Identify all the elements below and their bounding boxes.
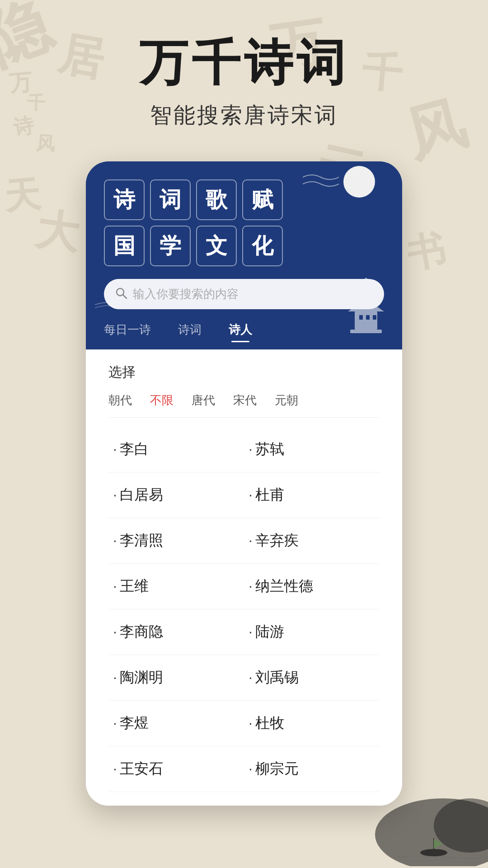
- character-grid: 诗 词 歌 赋 国 学 文 化: [104, 179, 384, 266]
- char-wen: 文: [196, 226, 237, 266]
- poet-list: 李白 苏轼 白居易 杜甫 李清照 辛弃疾 王维 纳兰性德 李商隐 陆游 陶渊明 …: [108, 427, 380, 792]
- poet-dumu[interactable]: 杜牧: [244, 701, 380, 746]
- poet-liuyuxi[interactable]: 刘禹锡: [244, 655, 380, 701]
- char-ge: 歌: [196, 179, 237, 220]
- poet-lisangyin[interactable]: 李商隐: [108, 609, 244, 655]
- dynasty-label: 朝代: [108, 392, 132, 408]
- poet-dufu[interactable]: 杜甫: [244, 472, 380, 518]
- filter-song[interactable]: 宋代: [233, 392, 257, 408]
- search-icon: [115, 287, 127, 301]
- poet-wananshi[interactable]: 王安石: [108, 746, 244, 792]
- filter-tang[interactable]: 唐代: [192, 392, 215, 408]
- svg-line-9: [123, 295, 127, 299]
- svg-point-12: [420, 849, 447, 856]
- svg-rect-4: [359, 315, 363, 320]
- char-fu: 赋: [242, 179, 283, 220]
- tab-daily-poem[interactable]: 每日一诗: [104, 322, 151, 342]
- char-shi: 诗: [104, 179, 145, 220]
- char-xue: 学: [150, 226, 191, 266]
- poet-libai[interactable]: 李白: [108, 427, 244, 472]
- poet-liuzongyuan[interactable]: 柳宗元: [244, 746, 380, 792]
- phone-mockup: 诗 词 歌 赋 国 学 文 化 输入你要搜索的内容: [86, 161, 402, 806]
- poet-liyu[interactable]: 李煜: [108, 701, 244, 746]
- tab-poetry[interactable]: 诗词: [178, 322, 202, 342]
- search-placeholder: 输入你要搜索的内容: [133, 286, 239, 302]
- section-title: 选择: [108, 363, 380, 382]
- svg-point-10: [375, 798, 488, 866]
- search-bar[interactable]: 输入你要搜索的内容: [104, 279, 384, 309]
- tab-poets[interactable]: 诗人: [229, 322, 252, 342]
- char-guo: 国: [104, 226, 145, 266]
- hero-subtitle: 智能搜索唐诗宋词: [0, 101, 488, 130]
- poet-xinqiji[interactable]: 辛弃疾: [244, 518, 380, 564]
- char-ci: 词: [150, 179, 191, 220]
- hero-title: 万千诗词: [0, 36, 488, 90]
- poet-wangwei[interactable]: 王维: [108, 564, 244, 609]
- poet-baijiyi[interactable]: 白居易: [108, 472, 244, 518]
- svg-rect-5: [366, 315, 370, 320]
- phone-content: 选择 朝代 不限 唐代 宋代 元朝 李白 苏轼 白居易 杜甫 李清照 辛弃疾 王…: [86, 349, 402, 806]
- hero-section: 万千诗词 智能搜索唐诗宋词: [0, 0, 488, 157]
- poet-nalansede[interactable]: 纳兰性德: [244, 564, 380, 609]
- svg-point-8: [117, 288, 124, 296]
- phone-wrapper: 诗 词 歌 赋 国 学 文 化 输入你要搜索的内容: [0, 161, 488, 806]
- dynasty-filter: 朝代 不限 唐代 宋代 元朝: [108, 392, 380, 418]
- phone-header: 诗 词 歌 赋 国 学 文 化 输入你要搜索的内容: [86, 161, 402, 349]
- poet-sushi[interactable]: 苏轼: [244, 427, 380, 472]
- filter-unlimited[interactable]: 不限: [150, 392, 174, 408]
- char-hua: 化: [242, 226, 283, 266]
- svg-point-11: [434, 798, 488, 853]
- svg-marker-14: [434, 839, 443, 848]
- poet-liqingzhao[interactable]: 李清照: [108, 518, 244, 564]
- filter-yuan[interactable]: 元朝: [275, 392, 298, 408]
- poet-taoyuanming[interactable]: 陶渊明: [108, 655, 244, 701]
- svg-rect-6: [373, 315, 376, 320]
- tab-navigation: 每日一诗 诗词 诗人: [104, 322, 384, 349]
- poet-luyou[interactable]: 陆游: [244, 609, 380, 655]
